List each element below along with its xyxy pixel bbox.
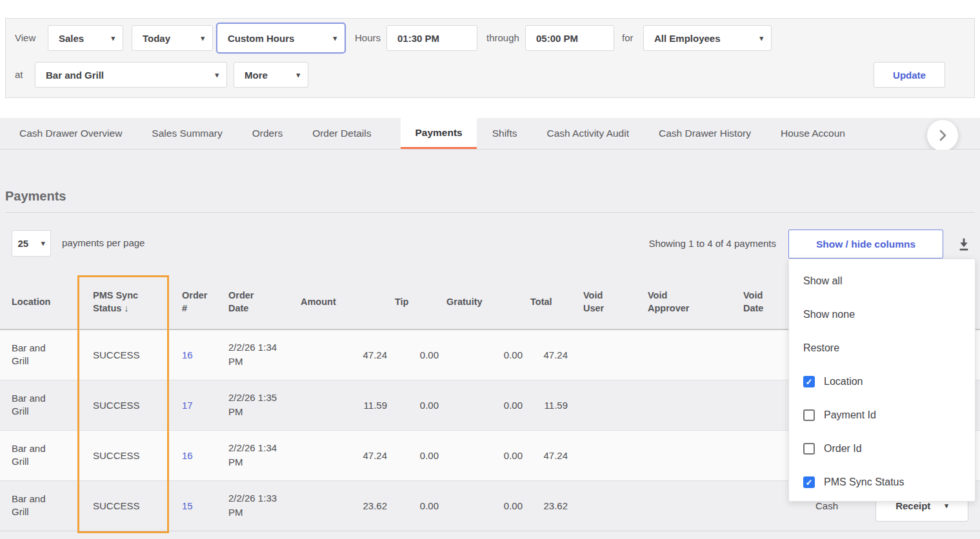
total-cell: 23.62	[530, 480, 575, 531]
gratuity-cell: 0.00	[446, 430, 530, 480]
tab-shifts[interactable]: Shifts	[492, 118, 517, 149]
column-header-void-approver[interactable]: Void Approver	[640, 274, 735, 329]
column-header-tip[interactable]: Tip	[395, 274, 446, 329]
void-approver-cell	[640, 380, 735, 430]
gratuity-cell: 0.00	[446, 480, 530, 531]
download-button[interactable]	[955, 236, 972, 253]
tab-cash-activity-audit[interactable]: Cash Activity Audit	[546, 118, 629, 149]
column-header-location[interactable]: Location	[0, 274, 77, 329]
page-size-select[interactable]: 25 ▾	[12, 230, 51, 257]
hours-end-input[interactable]: 05:00 PM	[525, 25, 614, 51]
total-cell: 47.24	[530, 430, 575, 480]
column-header-gratuity[interactable]: Gratuity	[446, 274, 530, 329]
void-approver-cell	[640, 480, 735, 531]
location-select[interactable]: Bar and Grill ▾	[35, 62, 227, 88]
caret-down-icon: ▾	[111, 34, 115, 43]
hours-start-input[interactable]: 01:30 PM	[386, 25, 477, 51]
order-date-cell: 2/2/26 1:33 PM	[228, 491, 288, 520]
page-size-label: payments per page	[62, 237, 145, 248]
order-date-cell: 2/2/26 1:34 PM	[228, 340, 288, 369]
tab-house-accounts[interactable]: House Accoun	[781, 118, 845, 149]
date-range-select[interactable]: Today ▾	[132, 25, 213, 51]
sort-descending-icon: ↓	[124, 303, 128, 313]
total-cell: 47.24	[530, 329, 575, 380]
gratuity-cell: 0.00	[446, 380, 530, 430]
menu-item-show-none[interactable]: Show none	[789, 298, 975, 331]
pms-sync-status-cell: SUCCESS	[77, 430, 169, 480]
caret-down-icon: ▾	[201, 34, 205, 43]
more-select[interactable]: More ▾	[234, 62, 308, 88]
column-header-void-user[interactable]: Void User	[575, 274, 640, 329]
caret-down-icon: ▾	[333, 34, 337, 43]
order-date-cell: 2/2/26 1:35 PM	[228, 391, 288, 419]
order-date-cell: 2/2/26 1:34 PM	[228, 441, 288, 469]
download-icon	[955, 236, 972, 253]
menu-checkbox-location[interactable]: ✓ Location	[789, 365, 975, 398]
order-number-link[interactable]: 15	[182, 500, 193, 511]
pms-sync-status-cell: SUCCESS	[77, 380, 169, 430]
column-header-amount[interactable]: Amount	[301, 274, 395, 329]
caret-down-icon: ▾	[759, 34, 763, 43]
tabs-overflow-button[interactable]	[927, 120, 958, 151]
caret-down-icon: ▾	[296, 71, 300, 79]
amount-cell: 11.59	[301, 380, 395, 430]
menu-item-restore[interactable]: Restore	[789, 331, 975, 365]
hours-mode-select[interactable]: Custom Hours ▾	[216, 23, 346, 54]
column-header-order-number[interactable]: Order #	[169, 274, 221, 329]
gratuity-cell: 0.00	[446, 329, 530, 380]
divider	[5, 212, 975, 213]
tip-cell: 0.00	[395, 480, 446, 531]
through-label: through	[486, 25, 519, 51]
chevron-right-icon	[939, 130, 946, 141]
view-select[interactable]: Sales ▾	[48, 25, 123, 51]
location-cell: Bar and Grill	[12, 392, 52, 418]
caret-down-icon: ▾	[41, 239, 45, 248]
checkbox-icon[interactable]: ✓	[803, 376, 815, 387]
view-label: View	[15, 25, 35, 51]
void-user-cell	[575, 329, 640, 380]
caret-down-icon: ▾	[945, 502, 948, 510]
order-number-link[interactable]: 17	[182, 400, 193, 411]
report-tabs: Cash Drawer Overview Sales Summary Order…	[0, 118, 980, 150]
amount-cell: 23.62	[301, 480, 395, 531]
void-approver-cell	[640, 329, 735, 380]
void-user-cell	[575, 380, 640, 430]
void-user-cell	[575, 480, 640, 531]
checkbox-icon[interactable]: ✓	[803, 476, 815, 488]
menu-checkbox-payment-id[interactable]: ✓ Payment Id	[789, 398, 975, 432]
menu-checkbox-pms-sync-status[interactable]: ✓ PMS Sync Status	[789, 466, 975, 499]
tab-sales-summary[interactable]: Sales Summary	[152, 118, 222, 149]
void-approver-cell	[640, 430, 735, 480]
show-hide-columns-button[interactable]: Show / hide columns	[788, 230, 943, 259]
amount-cell: 47.24	[301, 329, 395, 380]
pms-sync-status-cell: SUCCESS	[77, 480, 169, 531]
tab-cash-drawer-overview[interactable]: Cash Drawer Overview	[19, 118, 122, 149]
tab-order-details[interactable]: Order Details	[312, 118, 371, 149]
employees-select[interactable]: All Employees ▾	[643, 25, 772, 51]
total-cell: 11.59	[530, 380, 575, 430]
checkbox-icon[interactable]: ✓	[803, 409, 815, 421]
column-header-order-date[interactable]: Order Date	[221, 274, 301, 329]
tip-cell: 0.00	[395, 329, 446, 380]
checkbox-icon[interactable]: ✓	[803, 443, 815, 455]
tab-orders[interactable]: Orders	[252, 118, 283, 149]
results-count: Showing 1 to 4 of 4 payments	[648, 238, 776, 249]
menu-item-show-all[interactable]: Show all	[789, 264, 975, 298]
order-number-link[interactable]: 16	[182, 450, 193, 461]
menu-checkbox-order-id[interactable]: ✓ Order Id	[789, 432, 975, 466]
tab-payments[interactable]: Payments	[401, 118, 476, 149]
pms-sync-status-cell: SUCCESS	[77, 329, 169, 380]
location-cell: Bar and Grill	[12, 342, 52, 368]
filter-panel: View Sales ▾ Today ▾ Custom Hours ▾ Hour…	[5, 18, 975, 98]
caret-down-icon: ▾	[215, 71, 219, 79]
payments-report-section: Payments 25 ▾ payments per page Showing …	[0, 150, 980, 539]
column-header-total[interactable]: Total	[530, 274, 575, 329]
tip-cell: 0.00	[395, 430, 446, 480]
hours-label: Hours	[355, 25, 381, 51]
order-number-link[interactable]: 16	[182, 349, 193, 360]
tab-cash-drawer-history[interactable]: Cash Drawer History	[659, 118, 751, 149]
column-header-pms-sync-status[interactable]: PMS Sync Status ↓	[77, 274, 169, 329]
for-label: for	[622, 25, 634, 51]
update-button[interactable]: Update	[874, 62, 945, 88]
tip-cell: 0.00	[395, 380, 446, 430]
